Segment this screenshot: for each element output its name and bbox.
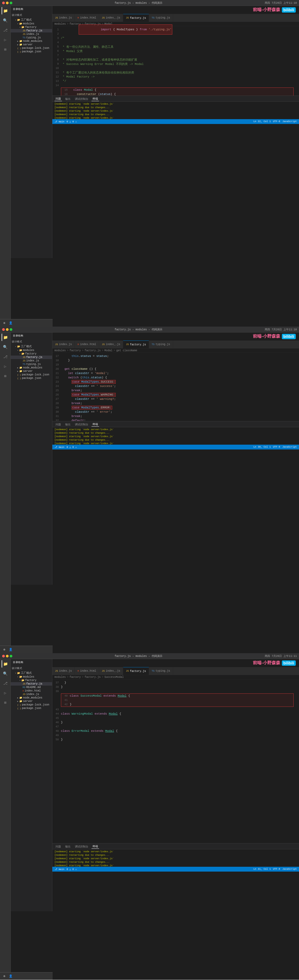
sidebar-2-factory-js[interactable]: JSfactory.js [11, 356, 52, 359]
sidebar-2-pkg[interactable]: { }package.json [11, 377, 52, 380]
tab-index-html[interactable]: H index.html [75, 14, 99, 22]
terminal3-terminal[interactable]: 终端 [92, 844, 99, 849]
tab3-factory-js[interactable]: JSfactory.js [123, 667, 149, 675]
settings-icon[interactable]: ⚙ [2, 320, 7, 326]
tab-index-js[interactable]: JS index.js [52, 14, 75, 22]
sidebar-3-factory-js[interactable]: JSfactory.js [11, 682, 52, 686]
sidebar-3-readme[interactable]: MDREADME.md [11, 686, 52, 689]
terminal3-output[interactable]: 输出 [64, 845, 72, 849]
close-button-2[interactable] [2, 328, 5, 331]
tab-index-alt-js[interactable]: JS index_.js [99, 14, 123, 22]
activity-git-3[interactable]: ⎇ [2, 679, 9, 687]
section-3: factory.js - modules - 代码演示 周四 7月26日 上午1… [0, 653, 299, 980]
maximize-button-3[interactable] [10, 655, 12, 657]
activity-git[interactable]: ⎇ [2, 26, 9, 34]
activity-debug[interactable]: ▷ [2, 36, 9, 43]
terminal-3: 问题 输出 调试控制台 终端 [nodemon] starting `node … [52, 843, 299, 867]
sidebar-2-typing[interactable]: TStyping.js [11, 363, 52, 366]
brand-logo-3: bilibili [282, 660, 296, 666]
account-icon-3[interactable]: 👤 [8, 974, 13, 979]
tab3-index-html[interactable]: Hindex.html [75, 667, 99, 675]
sidebar-2-index-js[interactable]: JSindex.js [11, 359, 52, 363]
maximize-button-2[interactable] [10, 328, 12, 331]
sidebar-item-server[interactable]: ▶ 📁 server [11, 43, 52, 46]
sidebar-item-typing-js[interactable]: TS typing.js [11, 36, 52, 40]
tab3-index-alt[interactable]: JSindex_.js [99, 667, 123, 675]
code3-line-50: 50 } [52, 737, 299, 742]
activity-search-3[interactable]: 🔍 [2, 670, 9, 677]
terminal-tab-problems[interactable]: 问题 [54, 97, 62, 101]
sidebar-item-index-js[interactable]: JS index.js [11, 32, 52, 36]
tab3-typing[interactable]: TStyping.js [149, 667, 173, 675]
sidebar-2-server[interactable]: ▶📁server [11, 369, 52, 373]
sidebar-3-factory-sub[interactable]: ▾📂factory [11, 679, 52, 682]
terminal2-output[interactable]: 输出 [64, 422, 72, 427]
activity-search[interactable]: 🔍 [2, 17, 9, 24]
terminal-line-1: [nodemon] starting `node server/index.js… [54, 102, 297, 106]
tab2-index-html[interactable]: Hindex.html [75, 340, 99, 348]
settings-icon-3[interactable]: ⚙ [2, 974, 7, 979]
sidebar-item-factory-sub[interactable]: ▾ 📂 factory [11, 25, 52, 29]
sidebar-3-pkg[interactable]: { }package.json [11, 706, 52, 710]
minimize-button[interactable] [6, 2, 9, 4]
activity-search-2[interactable]: 🔍 [2, 343, 9, 351]
sidebar-3-node[interactable]: ▶📁node_modules [11, 696, 52, 700]
close-button-3[interactable] [2, 655, 5, 657]
sidebar-2-pkg-lock[interactable]: { }package-lock.json [11, 373, 52, 377]
sidebar-2-modules[interactable]: ▾📂modules [11, 348, 52, 352]
close-button[interactable] [2, 2, 5, 4]
account-icon-2[interactable]: 👤 [8, 647, 13, 652]
sidebar-3-server[interactable]: ▶📁server [11, 700, 52, 703]
tab2-typing[interactable]: TStyping.js [149, 340, 173, 348]
tab-typing-js[interactable]: TS typing.js [149, 14, 173, 22]
tab2-factory-js[interactable]: JSfactory.js [123, 340, 149, 348]
sidebar-2-factory-sub[interactable]: ▾📂factory [11, 352, 52, 356]
sidebar-3-index-js[interactable]: JSindex.js [11, 693, 52, 696]
sidebar-item-modules-folder[interactable]: ▾ 📂 modules [11, 22, 52, 25]
maximize-button[interactable] [10, 2, 12, 4]
minimize-button-3[interactable] [6, 655, 9, 657]
sidebar-item-factory-js[interactable]: JS factory.js [11, 29, 52, 32]
terminal3-problems[interactable]: 问题 [54, 845, 62, 849]
terminal-content-3: [nodemon] starting `node server/index.js… [52, 849, 299, 867]
terminal3-debug[interactable]: 调试控制台 [74, 845, 89, 849]
sidebar-3-html[interactable]: Hindex.html [11, 689, 52, 693]
terminal-tab-terminal[interactable]: 终端 [92, 97, 99, 101]
activity-explorer[interactable]: 📁 [2, 7, 9, 14]
settings-icon-2[interactable]: ⚙ [2, 647, 7, 652]
activity-extensions[interactable]: ⊞ [2, 46, 9, 53]
terminal2-debug[interactable]: 调试控制台 [74, 422, 89, 427]
terminal2-problems[interactable]: 问题 [54, 422, 62, 427]
activity-debug-2[interactable]: ▷ [2, 363, 9, 370]
terminal-tab-output[interactable]: 输出 [64, 97, 72, 101]
activity-extensions-3[interactable]: ⊞ [2, 699, 9, 706]
activity-debug-3[interactable]: ▷ [2, 689, 9, 697]
sidebar-item-node-modules[interactable]: ▶ 📁 node_modules [11, 40, 52, 43]
section-1: factory.js - modules - 代码演示 周四 7月26日 上午1… [0, 0, 299, 326]
activity-explorer-2[interactable]: 📁 [2, 334, 9, 341]
status-bar-1: ⎇ main 0 △ 0 ⚠ Ln 22, Col 1 UTF-8 JavaSc… [52, 119, 299, 124]
tab-factory-js[interactable]: JS factory.js [123, 14, 149, 22]
activity-git-2[interactable]: ⎇ [2, 353, 9, 360]
breadcrumb-2: modules > factory > factory.js > Modal >… [52, 348, 299, 353]
sidebar-2-node[interactable]: ▶📁node_modules [11, 366, 52, 369]
tab3-index-js[interactable]: JSindex.js [52, 667, 75, 675]
sidebar-2-factory[interactable]: ▾📂工厂模式 [11, 344, 52, 348]
tabs-bar-2: JSindex.js Hindex.html JSindex_.js JSfac… [52, 340, 299, 348]
account-icon[interactable]: 👤 [8, 320, 13, 326]
sidebar-item-factory-folder[interactable]: ▾ 📂 工厂模式 [11, 18, 52, 22]
sidebar-3-factory[interactable]: ▾📂工厂模式 [11, 671, 52, 675]
sidebar-3-modules[interactable]: ▾📂modules [11, 675, 52, 679]
tab2-index-js[interactable]: JSindex.js [52, 340, 75, 348]
activity-bar-1: 📁 🔍 ⎇ ▷ ⊞ [0, 6, 11, 326]
sidebar-3-pkg-lock[interactable]: { }package-lock.json [11, 703, 52, 706]
sidebar-item-pkg-lock[interactable]: { } package-lock.json [11, 46, 52, 50]
activity-explorer-3[interactable]: 📁 [2, 660, 9, 668]
sidebar-item-pkg[interactable]: { } package.json [11, 50, 52, 53]
terminal-tab-debug[interactable]: 调试控制台 [74, 97, 89, 101]
activity-extensions-2[interactable]: ⊞ [2, 372, 9, 380]
terminal2-terminal[interactable]: 终端 [92, 422, 99, 427]
tab2-index-alt[interactable]: JSindex_.js [99, 340, 123, 348]
minimize-button-2[interactable] [6, 328, 9, 331]
code-line-15: 15 class Modal { [61, 88, 293, 92]
